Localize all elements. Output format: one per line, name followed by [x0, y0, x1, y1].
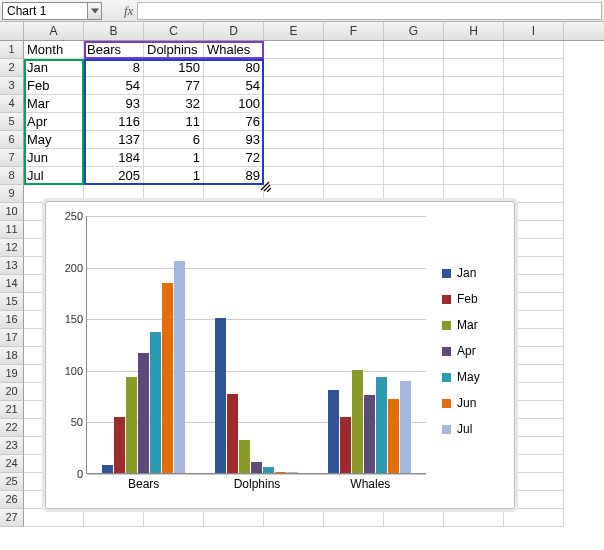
column-header[interactable]: D: [204, 22, 264, 40]
legend-item[interactable]: Apr: [442, 338, 504, 364]
cell[interactable]: [504, 77, 564, 95]
row-header[interactable]: 19: [0, 365, 24, 383]
column-header[interactable]: I: [504, 22, 564, 40]
row-header[interactable]: 11: [0, 221, 24, 239]
formula-bar[interactable]: [137, 2, 602, 20]
cell[interactable]: [384, 131, 444, 149]
row-header[interactable]: 2: [0, 59, 24, 77]
cell[interactable]: [504, 59, 564, 77]
chart-bar[interactable]: [239, 440, 250, 473]
chart-bar[interactable]: [388, 399, 399, 473]
chart-bar[interactable]: [251, 462, 262, 473]
cell[interactable]: 137: [84, 131, 144, 149]
cell[interactable]: Jan: [24, 59, 84, 77]
legend-item[interactable]: Jul: [442, 416, 504, 442]
column-header[interactable]: A: [24, 22, 84, 40]
cell[interactable]: Month: [24, 41, 84, 59]
row-header[interactable]: 24: [0, 455, 24, 473]
row-header[interactable]: 20: [0, 383, 24, 401]
cell[interactable]: [264, 113, 324, 131]
row-header[interactable]: 4: [0, 95, 24, 113]
chart-bar[interactable]: [328, 390, 339, 473]
row-header[interactable]: 7: [0, 149, 24, 167]
cell[interactable]: [384, 77, 444, 95]
row-header[interactable]: 3: [0, 77, 24, 95]
chart-bar[interactable]: [227, 394, 238, 473]
cell[interactable]: [324, 59, 384, 77]
cell[interactable]: [504, 95, 564, 113]
cell[interactable]: [444, 41, 504, 59]
cell[interactable]: [204, 509, 264, 527]
row-header[interactable]: 16: [0, 311, 24, 329]
legend-item[interactable]: Feb: [442, 286, 504, 312]
cell[interactable]: 54: [84, 77, 144, 95]
cell[interactable]: 77: [144, 77, 204, 95]
cell[interactable]: [264, 509, 324, 527]
column-header[interactable]: F: [324, 22, 384, 40]
chart-bar[interactable]: [340, 417, 351, 473]
cell[interactable]: [144, 509, 204, 527]
cell[interactable]: [264, 95, 324, 113]
cell[interactable]: Jun: [24, 149, 84, 167]
row-header[interactable]: 25: [0, 473, 24, 491]
cell[interactable]: [324, 149, 384, 167]
name-box[interactable]: Chart 1: [2, 2, 88, 20]
cell[interactable]: [324, 77, 384, 95]
chart-bar[interactable]: [287, 472, 298, 473]
chart-bar[interactable]: [352, 370, 363, 473]
cell[interactable]: [264, 131, 324, 149]
cell[interactable]: [384, 95, 444, 113]
data-resize-handle[interactable]: [257, 178, 271, 192]
cell[interactable]: 205: [84, 167, 144, 185]
cell[interactable]: Whales: [204, 41, 264, 59]
row-header[interactable]: 13: [0, 257, 24, 275]
cell[interactable]: [444, 77, 504, 95]
cell[interactable]: 93: [204, 131, 264, 149]
cell[interactable]: [444, 149, 504, 167]
cell[interactable]: [444, 113, 504, 131]
legend-item[interactable]: Jan: [442, 260, 504, 286]
cell[interactable]: 184: [84, 149, 144, 167]
cell[interactable]: [504, 41, 564, 59]
legend-item[interactable]: May: [442, 364, 504, 390]
cell[interactable]: 80: [204, 59, 264, 77]
chart-bar[interactable]: [138, 353, 149, 473]
row-header[interactable]: 27: [0, 509, 24, 527]
cell[interactable]: 32: [144, 95, 204, 113]
cell[interactable]: [504, 509, 564, 527]
chart-bar[interactable]: [150, 332, 161, 473]
column-header[interactable]: H: [444, 22, 504, 40]
cell[interactable]: [444, 509, 504, 527]
spreadsheet-grid[interactable]: ABCDEFGHI 1MonthBearsDolphinsWhales2Jan8…: [0, 22, 604, 550]
cell[interactable]: [324, 509, 384, 527]
row-header[interactable]: 21: [0, 401, 24, 419]
name-box-dropdown[interactable]: [88, 2, 102, 20]
row-header[interactable]: 10: [0, 203, 24, 221]
row-header[interactable]: 5: [0, 113, 24, 131]
cell[interactable]: [264, 149, 324, 167]
cell[interactable]: [384, 149, 444, 167]
cell[interactable]: [324, 131, 384, 149]
cell[interactable]: [84, 509, 144, 527]
cell[interactable]: [24, 509, 84, 527]
row-header[interactable]: 8: [0, 167, 24, 185]
cell[interactable]: Jul: [24, 167, 84, 185]
cell[interactable]: [444, 59, 504, 77]
row-header[interactable]: 15: [0, 293, 24, 311]
column-header[interactable]: G: [384, 22, 444, 40]
cell[interactable]: 100: [204, 95, 264, 113]
cell[interactable]: [264, 167, 324, 185]
cell[interactable]: 93: [84, 95, 144, 113]
cell[interactable]: 1: [144, 149, 204, 167]
cell[interactable]: [504, 167, 564, 185]
cell[interactable]: [324, 95, 384, 113]
cell[interactable]: 76: [204, 113, 264, 131]
chart-bar[interactable]: [162, 283, 173, 473]
cell[interactable]: [324, 167, 384, 185]
legend-item[interactable]: Mar: [442, 312, 504, 338]
cell[interactable]: [264, 41, 324, 59]
cell[interactable]: May: [24, 131, 84, 149]
cell[interactable]: [384, 59, 444, 77]
cell[interactable]: 1: [144, 167, 204, 185]
column-header[interactable]: B: [84, 22, 144, 40]
